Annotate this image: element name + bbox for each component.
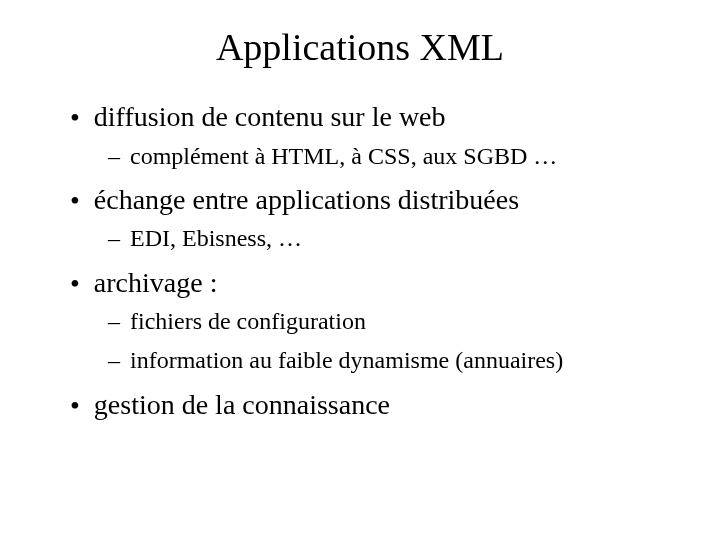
bullet-text: gestion de la connaissance (94, 387, 390, 422)
bullet-group: • échange entre applications distribuées… (70, 182, 680, 255)
sub-text: fichiers de configuration (130, 306, 366, 337)
sub-list-item: – fichiers de configuration (108, 306, 680, 337)
sub-list-item: – information au faible dynamisme (annua… (108, 345, 680, 376)
sub-list-item: – EDI, Ebisness, … (108, 223, 680, 254)
slide-content: • diffusion de contenu sur le web – comp… (0, 99, 720, 422)
bullet-group: • gestion de la connaissance (70, 387, 680, 423)
bullet-icon: • (70, 101, 80, 135)
slide-title: Applications XML (0, 25, 720, 69)
sub-list-item: – complément à HTML, à CSS, aux SGBD … (108, 141, 680, 172)
list-item: • diffusion de contenu sur le web (70, 99, 680, 135)
bullet-group: • archivage : – fichiers de configuratio… (70, 265, 680, 377)
sub-text: information au faible dynamisme (annuair… (130, 345, 563, 376)
bullet-icon: • (70, 184, 80, 218)
bullet-group: • diffusion de contenu sur le web – comp… (70, 99, 680, 172)
bullet-icon: • (70, 389, 80, 423)
slide: Applications XML • diffusion de contenu … (0, 25, 720, 525)
bullet-text: diffusion de contenu sur le web (94, 99, 446, 134)
sub-text: complément à HTML, à CSS, aux SGBD … (130, 141, 557, 172)
bullet-icon: • (70, 267, 80, 301)
list-item: • échange entre applications distribuées (70, 182, 680, 218)
bullet-text: échange entre applications distribuées (94, 182, 519, 217)
list-item: • gestion de la connaissance (70, 387, 680, 423)
dash-icon: – (108, 306, 120, 337)
dash-icon: – (108, 345, 120, 376)
list-item: • archivage : (70, 265, 680, 301)
sub-text: EDI, Ebisness, … (130, 223, 302, 254)
dash-icon: – (108, 223, 120, 254)
dash-icon: – (108, 141, 120, 172)
bullet-text: archivage : (94, 265, 218, 300)
